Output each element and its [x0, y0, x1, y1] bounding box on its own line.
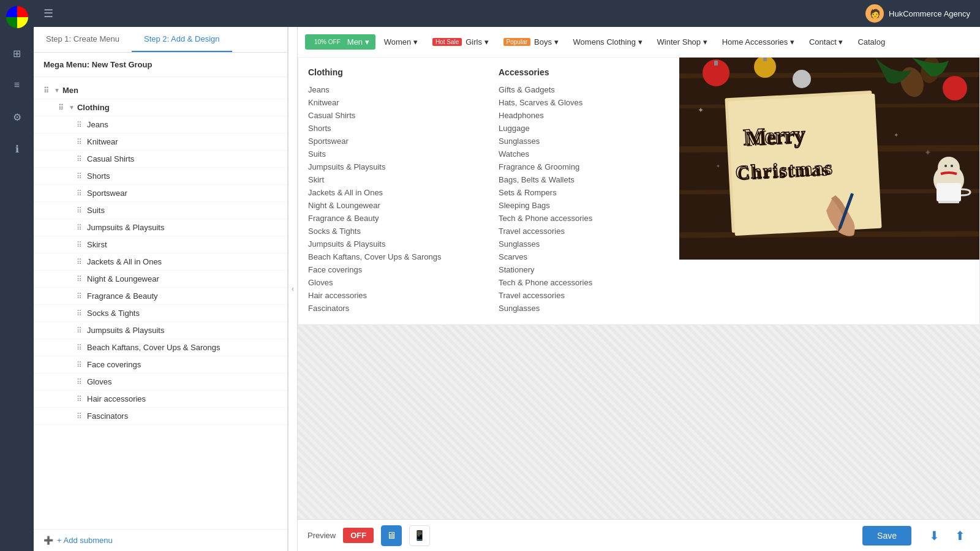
preview-toggle-button[interactable]: OFF — [343, 528, 374, 543]
mega-acc-travel[interactable]: Travel accessories — [499, 225, 669, 238]
mega-item-casual-shirts[interactable]: Casual Shirts — [308, 109, 479, 122]
mega-acc-headphones[interactable]: Headphones — [499, 109, 669, 122]
mega-item-hair[interactable]: Hair accessories — [308, 289, 479, 302]
tree-item-men[interactable]: ⠿ ▼ Men — [34, 82, 287, 99]
xmas-banner-image: Merry Christmas Merry Christmas — [679, 58, 979, 260]
tree-item-jumpsuits2[interactable]: ⠿ Jumpsuits & Playsuits — [34, 322, 287, 339]
mega-acc-sunglasses3[interactable]: Sunglasses — [499, 302, 669, 315]
mega-acc-sets[interactable]: Sets & Rompers — [499, 186, 669, 199]
desktop-view-button[interactable]: 🖥 — [381, 525, 402, 546]
mega-item-night[interactable]: Night & Loungewear — [308, 199, 479, 212]
tree-item-knitwear[interactable]: ⠿ Knitwear — [34, 133, 287, 151]
tree-item-shorts[interactable]: ⠿ Shorts — [34, 168, 287, 185]
mega-item-sportswear[interactable]: Sportswear — [308, 135, 479, 148]
add-submenu-label: + Add submenu — [57, 536, 113, 545]
mega-acc-travel2[interactable]: Travel accessories — [499, 289, 669, 302]
mega-item-fragrance-beauty[interactable]: Fragrance & Beauty — [308, 212, 479, 225]
tree-item-jumpsuits[interactable]: ⠿ Jumpsuits & Playsuits — [34, 219, 287, 236]
nav-item-catalog[interactable]: Catalog — [851, 32, 891, 51]
sidebar-icon-grid[interactable]: ⊞ — [7, 43, 27, 63]
tree-item-skirst[interactable]: ⠿ Skirst — [34, 236, 287, 253]
mega-col-clothing: Clothing Jeans Knitwear Casual Shirts Sh… — [298, 58, 489, 324]
tab-step1[interactable]: Step 1: Create Menu — [34, 27, 132, 52]
mega-acc-bags[interactable]: Bags, Belts & Wallets — [499, 173, 669, 186]
drag-handle-fragrance: ⠿ — [77, 292, 82, 301]
nav-item-men[interactable]: 10% OFF Men ▾ — [305, 34, 375, 50]
mega-item-jackets[interactable]: Jackets & All in Ones — [308, 186, 479, 199]
mega-item-jeans[interactable]: Jeans — [308, 83, 479, 96]
tree-item-jackets[interactable]: ⠿ Jackets & All in Ones — [34, 253, 287, 271]
drag-handle-jeans: ⠿ — [77, 121, 82, 129]
sidebar-icon-settings[interactable]: ⚙ — [7, 107, 27, 127]
right-panel: 10% OFF Men ▾ Women ▾ Hot Sale Girls ▾ P… — [298, 27, 980, 551]
arrow-men[interactable]: ▼ — [54, 87, 60, 94]
tree-label-beach: Beach Kaftans, Cover Ups & Sarongs — [87, 343, 221, 352]
save-button[interactable]: Save — [862, 526, 911, 545]
mega-acc-luggage[interactable]: Luggage — [499, 122, 669, 135]
panel-title: Mega Menu: New Test Group — [34, 53, 287, 77]
mega-item-socks[interactable]: Socks & Tights — [308, 225, 479, 238]
tree-item-clothing[interactable]: ⠿ ▼ Clothing — [34, 99, 287, 116]
mega-item-suits[interactable]: Suits — [308, 148, 479, 160]
drag-handle-fascinators: ⠿ — [77, 412, 82, 421]
mega-item-beach[interactable]: Beach Kaftans, Cover Ups & Sarongs — [308, 250, 479, 263]
add-submenu-button[interactable]: ➕ + Add submenu — [34, 529, 287, 551]
mega-acc-hats[interactable]: Hats, Scarves & Gloves — [499, 96, 669, 109]
mega-acc-tech2[interactable]: Tech & Phone accessories — [499, 276, 669, 289]
tree-item-beach[interactable]: ⠿ Beach Kaftans, Cover Ups & Sarongs — [34, 339, 287, 356]
plus-icon: ➕ — [43, 536, 53, 545]
mega-acc-sunglasses[interactable]: Sunglasses — [499, 135, 669, 148]
nav-item-winter-shop[interactable]: Winter Shop ▾ — [651, 32, 714, 51]
mega-col-clothing-header: Clothing — [308, 67, 479, 77]
nav-item-womens-clothing[interactable]: Womens Clothing ▾ — [567, 32, 649, 51]
app-logo[interactable] — [6, 6, 28, 28]
mega-item-gloves[interactable]: Gloves — [308, 276, 479, 289]
tree-item-fascinators[interactable]: ⠿ Fascinators — [34, 408, 287, 425]
mega-acc-gifts[interactable]: Gifts & Gadgets — [499, 83, 669, 96]
import-icon[interactable]: ⬇ — [924, 525, 944, 546]
tree-item-face[interactable]: ⠿ Face coverings — [34, 356, 287, 373]
mega-item-shorts[interactable]: Shorts — [308, 122, 479, 135]
mega-acc-sunglasses2[interactable]: Sunglasses — [499, 238, 669, 250]
drag-handle-skirst: ⠿ — [77, 241, 82, 249]
mega-item-jumpsuits2[interactable]: Jumpsuits & Playsuits — [308, 238, 479, 250]
tree-item-suits[interactable]: ⠿ Suits — [34, 202, 287, 219]
mega-acc-fragrance[interactable]: Fragrance & Grooming — [499, 160, 669, 173]
export-icon[interactable]: ⬆ — [949, 525, 970, 546]
app-sidebar: ⊞ ≡ ⚙ ℹ — [0, 0, 34, 551]
mega-item-fascinators[interactable]: Fascinators — [308, 302, 479, 315]
sidebar-icon-layers[interactable]: ≡ — [7, 75, 27, 95]
tree-item-gloves[interactable]: ⠿ Gloves — [34, 373, 287, 391]
tree-item-jeans[interactable]: ⠿ Jeans — [34, 116, 287, 133]
drag-handle-face: ⠿ — [77, 361, 82, 369]
nav-item-home-accessories[interactable]: Home Accessories ▾ — [716, 32, 801, 51]
tree-item-sportswear[interactable]: ⠿ Sportswear — [34, 185, 287, 202]
mobile-view-button[interactable]: 📱 — [409, 525, 430, 546]
mega-item-knitwear[interactable]: Knitwear — [308, 96, 479, 109]
arrow-clothing[interactable]: ▼ — [69, 104, 75, 111]
mega-acc-tech[interactable]: Tech & Phone accessories — [499, 212, 669, 225]
mega-item-jumpsuits[interactable]: Jumpsuits & Playsuits — [308, 160, 479, 173]
mega-acc-stationery[interactable]: Stationery — [499, 263, 669, 276]
tab-step2[interactable]: Step 2: Add & Design — [132, 27, 232, 52]
tree-item-socks[interactable]: ⠿ Socks & Tights — [34, 305, 287, 322]
mega-item-skirt[interactable]: Skirt — [308, 173, 479, 186]
mega-item-face[interactable]: Face coverings — [308, 263, 479, 276]
tree-item-hair[interactable]: ⠿ Hair accessories — [34, 391, 287, 408]
mega-acc-watches[interactable]: Watches — [499, 148, 669, 160]
nav-item-girls[interactable]: Hot Sale Girls ▾ — [426, 32, 495, 51]
nav-item-women[interactable]: Women ▾ — [378, 32, 424, 51]
sidebar-icon-info[interactable]: ℹ — [7, 139, 27, 159]
tree-item-fragrance[interactable]: ⠿ Fragrance & Beauty — [34, 288, 287, 305]
nav-item-boys[interactable]: Popular Boys ▾ — [497, 32, 565, 51]
tree-label-fascinators: Fascinators — [87, 411, 128, 421]
tree-item-night[interactable]: ⠿ Night & Loungewear — [34, 271, 287, 288]
hamburger-icon[interactable]: ☰ — [43, 7, 53, 20]
svg-line-5 — [679, 234, 979, 235]
collapse-panel-button[interactable]: ‹ — [288, 27, 298, 551]
tree-label-sportswear: Sportswear — [87, 189, 127, 198]
mega-acc-scarves[interactable]: Scarves — [499, 250, 669, 263]
mega-acc-sleeping[interactable]: Sleeping Bags — [499, 199, 669, 212]
nav-item-contact[interactable]: Contact ▾ — [803, 32, 849, 51]
tree-item-casual-shirts[interactable]: ⠿ Casual Shirts — [34, 151, 287, 168]
